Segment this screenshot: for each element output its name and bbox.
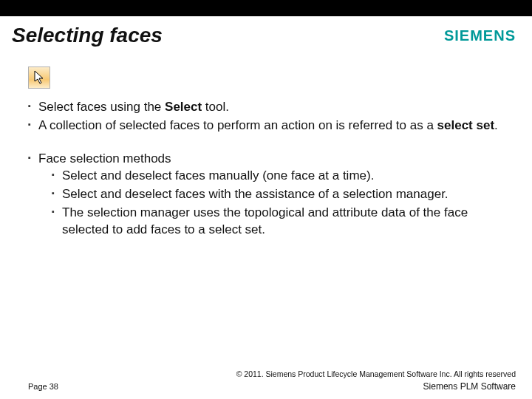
cursor-select-icon — [33, 70, 46, 85]
svg-marker-0 — [35, 71, 43, 83]
bullet-item: Select faces using the Select tool. — [28, 99, 510, 116]
sub-bullet-item: Select and deselect faces with the assis… — [52, 186, 510, 203]
text: . — [494, 118, 498, 132]
bold-text: select set — [437, 118, 495, 132]
content-area: Select faces using the Select tool. A co… — [0, 89, 532, 239]
siemens-logo: SIEMENS — [444, 27, 516, 44]
bullet-list-top: Select faces using the Select tool. A co… — [28, 99, 510, 134]
bullet-item: A collection of selected faces to perfor… — [28, 117, 510, 134]
sub-bullet-item: The selection manager uses the topologic… — [52, 205, 510, 239]
select-tool-icon — [28, 66, 50, 89]
plm-label: Siemens PLM Software — [423, 381, 516, 392]
text: A collection of selected faces to perfor… — [38, 118, 437, 132]
text: Select faces using the — [38, 100, 165, 114]
sub-bullet-item: Select and deselect faces manually (one … — [52, 168, 510, 185]
bold-text: Select — [165, 100, 202, 114]
sub-bullet-list: Select and deselect faces manually (one … — [52, 168, 510, 239]
slide: Selecting faces SIEMENS Select faces usi… — [0, 0, 532, 399]
text: tool. — [202, 100, 229, 114]
text: Face selection methods — [38, 151, 171, 166]
header-row: Selecting faces SIEMENS — [0, 16, 532, 58]
bullet-list-methods: Face selection methods Select and desele… — [28, 151, 510, 239]
footer: © 2011. Siemens Product Lifecycle Manage… — [0, 369, 532, 392]
page-number: Page 38 — [28, 382, 58, 391]
page-title: Selecting faces — [12, 24, 163, 47]
copyright-text: © 2011. Siemens Product Lifecycle Manage… — [28, 369, 516, 378]
top-black-bar — [0, 0, 532, 16]
footer-row: Page 38 Siemens PLM Software — [28, 381, 516, 392]
bullet-item: Face selection methods Select and desele… — [28, 151, 510, 239]
